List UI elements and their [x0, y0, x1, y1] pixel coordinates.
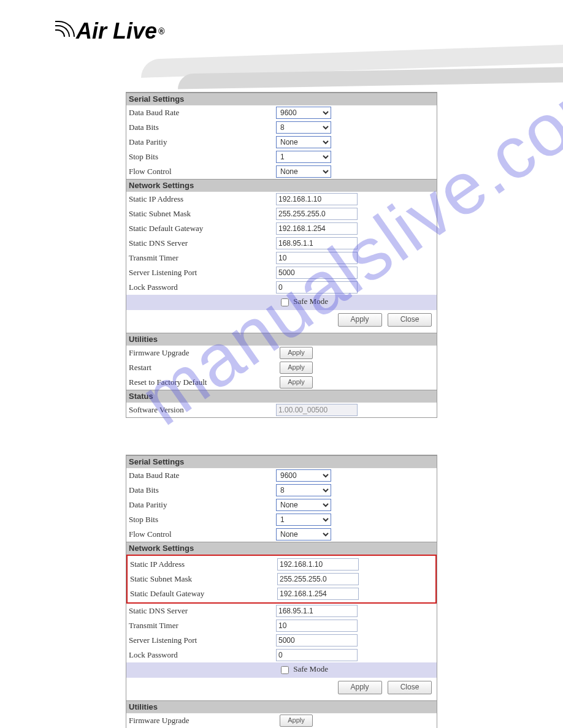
- data-bits-select[interactable]: 8: [276, 484, 331, 496]
- transmit-timer-input[interactable]: [276, 620, 358, 632]
- parity-select[interactable]: None: [276, 499, 331, 511]
- wifi-icon: [55, 21, 80, 42]
- subnet-mask-input[interactable]: [277, 573, 359, 585]
- default-gateway-input[interactable]: [277, 588, 359, 600]
- software-version-value: [276, 404, 358, 416]
- utilities-header: Utilities: [126, 700, 437, 713]
- firmware-upgrade-apply-button[interactable]: Apply: [280, 347, 313, 359]
- restart-apply-button[interactable]: Apply: [280, 362, 313, 374]
- static-ip-label: Static IP Address: [129, 194, 276, 204]
- listening-port-input[interactable]: [276, 634, 358, 646]
- baud-rate-select[interactable]: 9600: [276, 107, 331, 119]
- network-group: Static IP Address Static Subnet Mask Sta…: [126, 192, 437, 236]
- network-settings-header: Network Settings: [126, 179, 437, 192]
- subnet-mask-label: Static Subnet Mask: [129, 209, 276, 219]
- baud-rate-label: Data Baud Rate: [129, 471, 276, 480]
- parity-select[interactable]: None: [276, 136, 331, 148]
- data-bits-label: Data Bits: [129, 485, 276, 495]
- parity-label: Data Paritiy: [129, 500, 276, 510]
- baud-rate-label: Data Baud Rate: [129, 108, 276, 118]
- data-bits-label: Data Bits: [129, 123, 276, 132]
- listening-port-input[interactable]: [276, 267, 358, 279]
- transmit-timer-label: Transmit Timer: [129, 253, 276, 263]
- transmit-timer-label: Transmit Timer: [129, 621, 276, 631]
- flow-control-label: Flow Control: [129, 167, 276, 176]
- status-header: Status: [126, 390, 437, 403]
- static-ip-input[interactable]: [277, 558, 359, 571]
- lock-password-label: Lock Password: [129, 650, 276, 660]
- page-header: Air Live®: [0, 0, 563, 86]
- factory-reset-label: Reset to Factory Default: [129, 377, 276, 387]
- dns-server-input[interactable]: [276, 605, 358, 617]
- safe-mode-label: Safe Mode: [293, 664, 328, 673]
- flow-control-label: Flow Control: [129, 529, 276, 539]
- settings-panel: Serial Settings Data Baud Rate 9600 Data…: [126, 455, 437, 728]
- default-gateway-label: Static Default Gateway: [130, 589, 277, 599]
- firmware-upgrade-apply-button[interactable]: Apply: [280, 715, 313, 727]
- stop-bits-select[interactable]: 1: [276, 151, 331, 163]
- action-buttons-row: Apply Close: [126, 310, 437, 333]
- safe-mode-checkbox[interactable]: [281, 666, 289, 674]
- default-gateway-input[interactable]: [276, 222, 358, 235]
- network-group: Static IP Address Static Subnet Mask Sta…: [126, 555, 437, 604]
- parity-label: Data Paritiy: [129, 137, 276, 147]
- apply-button[interactable]: Apply: [338, 313, 382, 327]
- dns-server-input[interactable]: [276, 237, 358, 249]
- firmware-upgrade-label: Firmware Upgrade: [129, 716, 276, 726]
- dns-server-label: Static DNS Server: [129, 606, 276, 616]
- header-swoosh: [141, 34, 563, 89]
- restart-label: Restart: [129, 363, 276, 373]
- baud-rate-select[interactable]: 9600: [276, 469, 331, 482]
- subnet-mask-input[interactable]: [276, 208, 358, 220]
- safe-mode-row: Safe Mode: [126, 295, 437, 310]
- default-gateway-label: Static Default Gateway: [129, 224, 276, 233]
- listening-port-label: Server Listening Port: [129, 635, 276, 645]
- software-version-label: Software Version: [129, 405, 276, 415]
- subnet-mask-label: Static Subnet Mask: [130, 574, 277, 584]
- dns-server-label: Static DNS Server: [129, 238, 276, 248]
- safe-mode-row: Safe Mode: [126, 662, 437, 678]
- flow-control-select[interactable]: None: [276, 528, 331, 540]
- network-settings-header: Network Settings: [126, 542, 437, 555]
- stop-bits-label: Stop Bits: [129, 152, 276, 162]
- apply-button[interactable]: Apply: [338, 681, 382, 694]
- firmware-upgrade-label: Firmware Upgrade: [129, 348, 276, 358]
- close-button[interactable]: Close: [388, 681, 432, 694]
- utilities-header: Utilities: [126, 333, 437, 346]
- factory-reset-apply-button[interactable]: Apply: [280, 376, 313, 389]
- stop-bits-label: Stop Bits: [129, 515, 276, 525]
- transmit-timer-input[interactable]: [276, 252, 358, 264]
- listening-port-label: Server Listening Port: [129, 268, 276, 278]
- lock-password-input[interactable]: [276, 281, 358, 294]
- safe-mode-label: Safe Mode: [293, 297, 328, 306]
- flow-control-select[interactable]: None: [276, 165, 331, 178]
- close-button[interactable]: Close: [388, 313, 432, 327]
- serial-settings-header: Serial Settings: [126, 455, 437, 468]
- data-bits-select[interactable]: 8: [276, 121, 331, 134]
- stop-bits-select[interactable]: 1: [276, 514, 331, 526]
- lock-password-input[interactable]: [276, 649, 358, 661]
- safe-mode-checkbox[interactable]: [281, 298, 289, 306]
- static-ip-input[interactable]: [276, 193, 358, 205]
- static-ip-label: Static IP Address: [130, 559, 277, 569]
- serial-settings-header: Serial Settings: [126, 93, 437, 105]
- lock-password-label: Lock Password: [129, 282, 276, 292]
- settings-panel: Serial Settings Data Baud Rate 9600 Data…: [126, 92, 437, 418]
- action-buttons-row: Apply Close: [126, 678, 437, 700]
